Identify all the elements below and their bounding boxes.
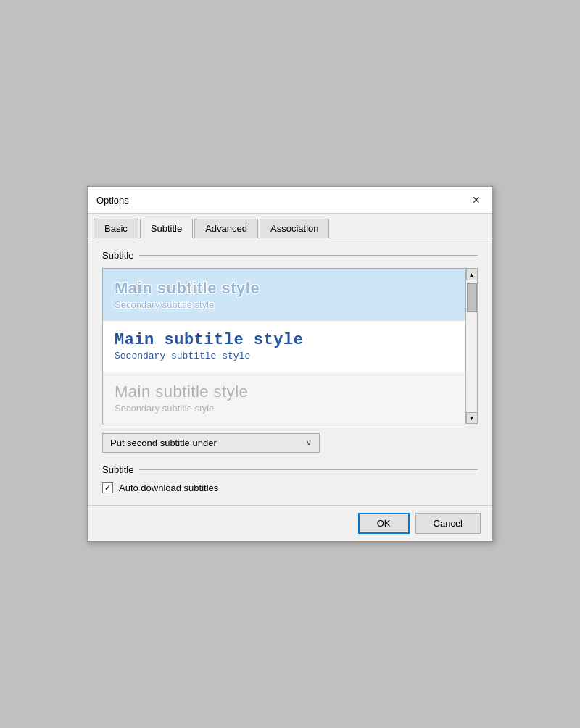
scroll-down-button[interactable]: ▼ <box>466 412 478 424</box>
style-item-1[interactable]: Main subtitle style Secondary subtitle s… <box>103 269 465 321</box>
style-1-main-text: Main subtitle style <box>115 279 454 298</box>
tab-bar: Basic Subtitle Advanced Association <box>88 214 492 238</box>
tab-advanced[interactable]: Advanced <box>194 219 258 238</box>
style-2-main-text: Main subtitle style <box>115 331 454 349</box>
dropdown-arrow-icon: ∨ <box>306 438 312 448</box>
style-3-secondary-text: Secondary subtitle style <box>115 403 454 414</box>
auto-download-row: ✓ Auto download subtitles <box>102 482 478 493</box>
close-button[interactable]: ✕ <box>469 193 484 207</box>
scroll-thumb[interactable] <box>467 283 477 312</box>
section-divider <box>139 255 478 256</box>
bottom-section: Subtitle ✓ Auto download subtitles <box>102 464 478 493</box>
subtitle-section-label: Subtitle <box>102 250 133 261</box>
tab-association[interactable]: Association <box>260 219 329 238</box>
style-3-main-text: Main subtitle style <box>115 382 454 401</box>
scroll-track[interactable] <box>466 280 477 412</box>
bottom-section-divider <box>139 469 478 470</box>
cancel-button[interactable]: Cancel <box>415 513 481 534</box>
dropdown-value: Put second subtitle under <box>110 438 217 448</box>
scroll-down-icon: ▼ <box>469 415 475 422</box>
style-list-container: Main subtitle style Secondary subtitle s… <box>102 268 478 424</box>
subtitle-position-dropdown[interactable]: Put second subtitle under ∨ <box>102 433 320 453</box>
style-item-2[interactable]: Main subtitle style Secondary subtitle s… <box>103 321 465 372</box>
bottom-section-header: Subtitle <box>102 464 478 475</box>
options-dialog: Options ✕ Basic Subtitle Advanced Associ… <box>87 186 493 542</box>
subtitle-section-header: Subtitle <box>102 250 478 261</box>
title-bar: Options ✕ <box>88 187 492 214</box>
style-2-secondary-text: Secondary subtitle style <box>115 351 454 361</box>
scrollbar: ▲ ▼ <box>465 269 477 424</box>
dropdown-container: Put second subtitle under ∨ <box>102 433 478 453</box>
bottom-section-label: Subtitle <box>102 464 133 475</box>
auto-download-label: Auto download subtitles <box>119 482 218 493</box>
scroll-up-button[interactable]: ▲ <box>466 269 478 280</box>
style-item-3[interactable]: Main subtitle style Secondary subtitle s… <box>103 372 465 424</box>
style-list: Main subtitle style Secondary subtitle s… <box>103 269 465 424</box>
dialog-title: Options <box>96 195 129 206</box>
style-1-secondary-text: Secondary subtitle style <box>115 299 454 310</box>
ok-button[interactable]: OK <box>358 513 410 534</box>
tab-subtitle[interactable]: Subtitle <box>140 219 193 238</box>
dialog-footer: OK Cancel <box>88 505 492 541</box>
auto-download-checkbox[interactable]: ✓ <box>102 482 113 493</box>
scroll-up-icon: ▲ <box>469 272 475 278</box>
checkbox-check-icon: ✓ <box>104 483 111 493</box>
tab-content: Subtitle Main subtitle style Secondary s… <box>88 238 492 505</box>
tab-basic[interactable]: Basic <box>94 219 138 238</box>
